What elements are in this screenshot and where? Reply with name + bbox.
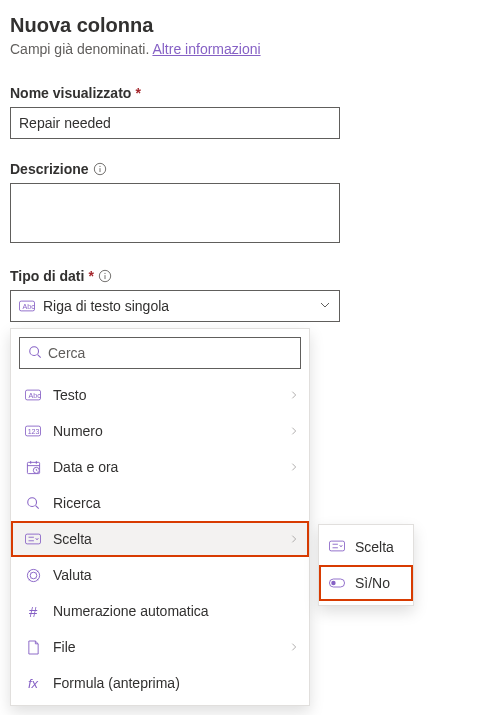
svg-point-1	[99, 166, 100, 167]
data-type-dropdown-panel: Abc Testo 123 Numero Data e ora Ricerca	[10, 328, 310, 706]
svg-point-36	[331, 581, 335, 585]
item-label: Sì/No	[355, 575, 390, 591]
field-data-type: Tipo di dati * Abc Riga di testo singola	[10, 268, 491, 322]
svg-rect-32	[329, 541, 344, 551]
item-label: Ricerca	[53, 495, 299, 511]
menu-item-lookup[interactable]: Ricerca	[11, 485, 309, 521]
menu-item-text[interactable]: Abc Testo	[11, 377, 309, 413]
submenu-item-choice[interactable]: Scelta	[319, 529, 413, 565]
choice-icon	[25, 533, 41, 545]
toggle-icon	[329, 575, 345, 591]
panel-title: Nuova colonna	[10, 14, 491, 37]
search-icon	[25, 496, 41, 510]
info-icon[interactable]	[98, 269, 112, 283]
info-icon[interactable]	[93, 162, 107, 176]
hash-icon: #	[25, 603, 41, 620]
item-label: Data e ora	[53, 459, 277, 475]
data-type-selected: Riga di testo singola	[43, 298, 311, 314]
field-description: Descrizione	[10, 161, 491, 246]
menu-item-datetime[interactable]: Data e ora	[11, 449, 309, 485]
chevron-right-icon	[289, 423, 299, 439]
svg-text:Abc: Abc	[29, 392, 41, 400]
description-input[interactable]	[10, 183, 340, 243]
text-type-icon: Abc	[25, 389, 41, 401]
submenu-item-yesno[interactable]: Sì/No	[319, 565, 413, 601]
description-label: Descrizione	[10, 161, 491, 177]
menu-item-number[interactable]: 123 Numero	[11, 413, 309, 449]
subtitle-text: Campi già denominati.	[10, 41, 152, 57]
item-label: Scelta	[355, 539, 394, 555]
required-marker: *	[135, 85, 140, 101]
fx-icon: fx	[25, 676, 41, 691]
svg-point-21	[28, 498, 37, 507]
menu-item-choice[interactable]: Scelta	[11, 521, 309, 557]
chevron-right-icon	[289, 639, 299, 655]
item-label: Scelta	[53, 531, 277, 547]
search-icon	[28, 345, 42, 362]
chevron-right-icon	[289, 531, 299, 547]
panel-subtitle: Campi già denominati. Altre informazioni	[10, 41, 491, 57]
search-input[interactable]	[48, 345, 292, 361]
svg-text:Abc: Abc	[23, 303, 35, 311]
label-text: Descrizione	[10, 161, 89, 177]
display-name-input[interactable]	[10, 107, 340, 139]
required-marker: *	[88, 268, 93, 284]
search-box[interactable]	[19, 337, 301, 369]
label-text: Tipo di dati	[10, 268, 84, 284]
choice-submenu: Scelta Sì/No	[318, 524, 414, 606]
item-label: Testo	[53, 387, 277, 403]
svg-line-9	[38, 354, 41, 357]
svg-line-20	[36, 470, 37, 471]
menu-item-currency[interactable]: Valuta	[11, 557, 309, 593]
data-type-label: Tipo di dati *	[10, 268, 491, 284]
item-label: Valuta	[53, 567, 299, 583]
field-display-name: Nome visualizzato *	[10, 85, 491, 139]
data-type-dropdown[interactable]: Abc Riga di testo singola	[10, 290, 340, 322]
chevron-down-icon	[319, 298, 331, 314]
item-label: Numerazione automatica	[53, 603, 299, 619]
item-label: Numero	[53, 423, 277, 439]
svg-rect-23	[25, 534, 40, 544]
svg-text:123: 123	[28, 428, 40, 436]
menu-item-file[interactable]: File	[11, 629, 309, 665]
currency-icon	[25, 568, 41, 583]
choice-icon	[329, 539, 345, 555]
display-name-label: Nome visualizzato *	[10, 85, 491, 101]
number-type-icon: 123	[25, 425, 41, 437]
file-icon	[25, 640, 41, 655]
learn-more-link[interactable]: Altre informazioni	[152, 41, 260, 57]
menu-item-formula[interactable]: fx Formula (anteprima)	[11, 665, 309, 701]
chevron-right-icon	[289, 387, 299, 403]
chevron-right-icon	[289, 459, 299, 475]
item-label: Formula (anteprima)	[53, 675, 299, 691]
svg-point-4	[104, 273, 105, 274]
label-text: Nome visualizzato	[10, 85, 131, 101]
menu-item-autonumber[interactable]: # Numerazione automatica	[11, 593, 309, 629]
text-type-icon: Abc	[19, 300, 35, 312]
item-label: File	[53, 639, 277, 655]
calendar-icon	[25, 460, 41, 475]
svg-line-22	[36, 506, 39, 509]
svg-point-8	[30, 346, 39, 355]
svg-point-27	[30, 572, 37, 579]
